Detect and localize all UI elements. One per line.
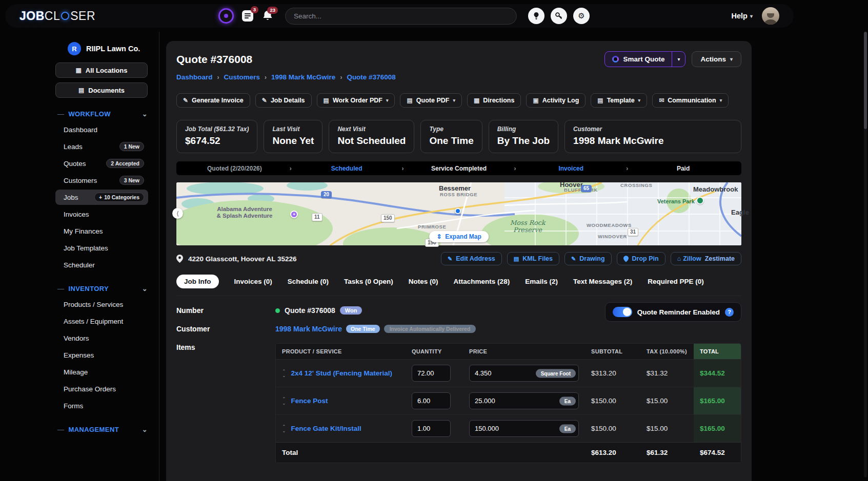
breadcrumb-dashboard[interactable]: Dashboard bbox=[176, 73, 213, 81]
all-locations-label: All Locations bbox=[86, 67, 128, 74]
section-management[interactable]: — MANAGEMENT ⌄ bbox=[57, 426, 148, 433]
tab-tasks[interactable]: Tasks (0 Open) bbox=[344, 278, 393, 285]
map-collapse-button[interactable]: ⟨ bbox=[172, 208, 183, 219]
status-dot bbox=[224, 14, 228, 18]
drawing-button[interactable]: ✎Drawing bbox=[564, 252, 612, 265]
sidebar-item-forms[interactable]: Forms bbox=[55, 398, 148, 413]
help-question-icon[interactable]: ? bbox=[725, 308, 734, 317]
zillow-zestimate-button[interactable]: ⌂Zillow Zestimate bbox=[671, 252, 741, 265]
quantity-input[interactable] bbox=[412, 420, 451, 437]
stat-value: Not Scheduled bbox=[337, 135, 406, 147]
smart-quote-button[interactable]: Smart Quote ▾ bbox=[604, 51, 685, 67]
sidebar-item-purchase-orders[interactable]: Purchase Orders bbox=[55, 381, 148, 396]
documents-button[interactable]: ▤ Documents bbox=[55, 82, 148, 98]
reorder-handle[interactable]: ⌃⌄ bbox=[282, 369, 286, 378]
queue-button[interactable]: 3 bbox=[241, 9, 254, 23]
activity-log-button[interactable]: ▣Activity Log bbox=[526, 93, 586, 108]
tab-schedule[interactable]: Schedule (0) bbox=[288, 278, 329, 285]
sidebar-item-assets-equipment[interactable]: Assets / Equipment bbox=[55, 313, 148, 329]
customer-link[interactable]: 1998 Mark McGwire bbox=[275, 325, 342, 333]
company-row[interactable]: R RIIPL Lawn Co. bbox=[68, 42, 159, 55]
smart-quote-dropdown[interactable]: ▾ bbox=[672, 52, 685, 67]
reorder-handle[interactable]: ⌃⌄ bbox=[282, 425, 286, 433]
access-keys-button[interactable] bbox=[551, 8, 567, 24]
directions-button[interactable]: ▦Directions bbox=[467, 93, 521, 108]
sidebar-item-mileage[interactable]: Mileage bbox=[55, 364, 148, 380]
job-location-marker[interactable] bbox=[455, 208, 461, 214]
tab-attachments[interactable]: Attachments (28) bbox=[454, 278, 510, 285]
tab-emails[interactable]: Emails (2) bbox=[525, 278, 558, 285]
page-scrollbar[interactable] bbox=[864, 32, 867, 477]
pipeline-paid[interactable]: Paid bbox=[628, 165, 738, 172]
quote-reminder-control: Quote Reminder Enabled ? bbox=[605, 302, 741, 322]
product-link[interactable]: 2x4 12' Stud (Fencing Material) bbox=[291, 369, 393, 377]
product-link[interactable]: Fence Post bbox=[291, 397, 328, 405]
all-locations-button[interactable]: ▦ All Locations bbox=[55, 62, 148, 78]
sidebar-item-job-templates[interactable]: Job Templates bbox=[55, 240, 148, 256]
breadcrumb-customers[interactable]: Customers bbox=[224, 73, 260, 81]
table-row: ⌃⌄ Fence Gate Kit/Install Ea $150.00 $15… bbox=[276, 414, 741, 442]
quote-pdf-button[interactable]: ▤Quote PDF▾ bbox=[400, 93, 461, 108]
tab-job-info[interactable]: Job Info bbox=[176, 275, 219, 288]
scrollbar-thumb[interactable] bbox=[864, 32, 867, 129]
product-link[interactable]: Fence Gate Kit/Install bbox=[291, 425, 361, 432]
sidebar-item-invoices[interactable]: Invoices bbox=[55, 206, 148, 222]
person-icon bbox=[762, 13, 779, 25]
quantity-input[interactable] bbox=[412, 365, 451, 382]
communication-button[interactable]: ✉Communication▾ bbox=[652, 93, 729, 108]
work-order-pdf-button[interactable]: ▤Work Order PDF▾ bbox=[317, 93, 395, 108]
notifications-button[interactable]: 23 bbox=[261, 10, 274, 22]
sidebar-item-scheduler[interactable]: Scheduler bbox=[55, 257, 148, 273]
sidebar-item-leads[interactable]: Leads1 New bbox=[55, 139, 148, 154]
stat-value: None Yet bbox=[272, 135, 314, 147]
ideas-button[interactable] bbox=[528, 8, 544, 24]
sidebar-item-expenses[interactable]: Expenses bbox=[55, 347, 148, 363]
number-label: Number bbox=[176, 306, 275, 315]
settings-button[interactable]: ⚙ bbox=[573, 8, 590, 24]
breadcrumb-quote[interactable]: Quote #376008 bbox=[347, 73, 395, 81]
leads-badge: 1 New bbox=[119, 142, 144, 151]
job-details-button[interactable]: ✎Job Details bbox=[255, 93, 312, 108]
attraction-poi-icon: ✦ bbox=[290, 211, 298, 218]
tab-required-ppe[interactable]: Required PPE (0) bbox=[648, 278, 704, 285]
tab-notes[interactable]: Notes (0) bbox=[409, 278, 438, 285]
app-logo[interactable]: JOBCLOSER bbox=[19, 9, 95, 23]
stat-value: $674.52 bbox=[185, 135, 249, 147]
pipeline-invoiced[interactable]: Invoiced bbox=[516, 165, 626, 172]
drop-pin-button[interactable]: Drop Pin bbox=[617, 252, 665, 265]
map[interactable]: Bessemer ROSS BRIDGE BLUFF PARK Hoover C… bbox=[176, 182, 741, 245]
pipeline-service-completed[interactable]: Service Completed bbox=[404, 165, 514, 172]
tab-invoices[interactable]: Invoices (0) bbox=[234, 278, 272, 285]
section-workflow[interactable]: — WORKFLOW ⌄ bbox=[57, 110, 148, 118]
generate-invoice-button[interactable]: ✎Generate Invoice bbox=[176, 93, 250, 108]
breadcrumb-customer[interactable]: 1998 Mark McGwire bbox=[271, 73, 335, 81]
stat-type: TypeOne Time bbox=[420, 120, 482, 153]
item-label: Mileage bbox=[64, 368, 88, 376]
search-input[interactable] bbox=[285, 8, 517, 25]
actions-button[interactable]: Actions ▾ bbox=[692, 51, 741, 67]
help-menu[interactable]: Help ▾ bbox=[732, 12, 753, 20]
sidebar-item-quotes[interactable]: Quotes2 Accepted bbox=[55, 156, 148, 171]
status-ring-icon[interactable] bbox=[218, 8, 234, 24]
expand-map-button[interactable]: ⇕ Expand Map bbox=[429, 231, 489, 242]
sidebar-item-vendors[interactable]: Vendors bbox=[55, 330, 148, 346]
sidebar-item-dashboard[interactable]: Dashboard bbox=[55, 122, 148, 137]
kml-files-button[interactable]: ▤KML Files bbox=[507, 252, 559, 265]
reorder-handle[interactable]: ⌃⌄ bbox=[282, 397, 286, 405]
section-inventory[interactable]: — INVENTORY ⌄ bbox=[57, 285, 148, 292]
quantity-input[interactable] bbox=[412, 392, 451, 409]
edit-address-button[interactable]: ✎Edit Address bbox=[441, 252, 502, 265]
item-label: Invoices bbox=[64, 211, 89, 218]
sidebar-item-products-services[interactable]: Products / Services bbox=[55, 297, 148, 312]
tab-text-messages[interactable]: Text Messages (2) bbox=[573, 278, 632, 285]
sidebar-item-my-finances[interactable]: My Finances bbox=[55, 223, 148, 239]
template-button[interactable]: ▤Template▾ bbox=[591, 93, 647, 108]
item-label: Expenses bbox=[64, 351, 94, 359]
user-avatar[interactable] bbox=[762, 7, 779, 25]
pipeline-quoted[interactable]: Quoted (2/20/2026) bbox=[179, 165, 290, 172]
sidebar-item-jobs[interactable]: Jobs+10 Categories bbox=[55, 190, 148, 205]
quote-reminder-toggle[interactable] bbox=[613, 307, 632, 317]
pipeline-scheduled[interactable]: Scheduled bbox=[292, 165, 402, 172]
sidebar-item-customers[interactable]: Customers3 New bbox=[55, 173, 148, 188]
documents-label: Documents bbox=[88, 87, 125, 94]
